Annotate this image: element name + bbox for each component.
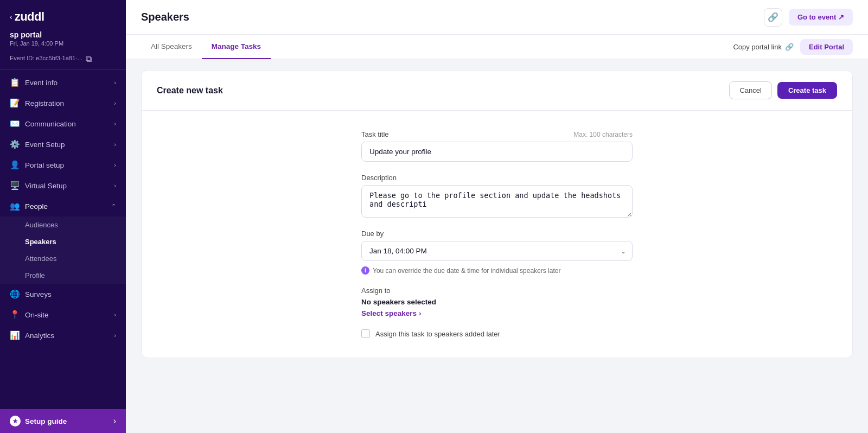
sidebar-item-virtual-setup[interactable]: 🖥️ Virtual Setup › (0, 175, 126, 196)
on-site-icon: 📍 (10, 310, 20, 320)
link-icon-button[interactable]: 🔗 (764, 8, 782, 27)
sidebar-item-on-site[interactable]: 📍 On-site › (0, 304, 126, 325)
checkbox-row: Assign this task to speakers added later (361, 329, 633, 338)
virtual-setup-icon: 🖥️ (10, 181, 20, 190)
due-by-label: Due by (361, 230, 633, 238)
link-icon: 🔗 (768, 12, 778, 22)
sidebar-item-label: Surveys (25, 290, 52, 298)
event-setup-icon: ⚙️ (10, 139, 20, 149)
description-label: Description (361, 174, 633, 182)
form-area: Task title Max. 100 characters Descripti… (142, 111, 852, 358)
sidebar-item-attendees[interactable]: Attendees (0, 250, 126, 267)
sidebar-item-label: Communication (25, 120, 76, 128)
communication-icon: ✉️ (10, 119, 20, 129)
sidebar-item-speakers[interactable]: Speakers (0, 233, 126, 250)
cancel-button[interactable]: Cancel (729, 81, 771, 99)
sidebar-item-label: On-site (25, 311, 49, 319)
chevron-down-icon: › (114, 182, 116, 189)
due-by-select[interactable]: Jan 18, 04:00 PM (361, 241, 633, 261)
select-speakers-label: Select speakers (361, 309, 417, 317)
assign-section: No speakers selected Select speakers › (361, 298, 633, 317)
sidebar-item-label: Event Setup (25, 141, 65, 149)
people-submenu: Audiences Speakers Attendees Profile (0, 217, 126, 284)
chevron-down-icon: › (114, 311, 116, 318)
info-icon: i (361, 266, 369, 275)
sidebar-item-event-info[interactable]: 📋 Event info › (0, 72, 126, 93)
due-by-info-row: i You can override the due date & time f… (361, 266, 633, 275)
go-to-event-button[interactable]: Go to event ↗ (789, 9, 853, 26)
logo[interactable]: ‹ zuddl (0, 0, 126, 30)
chevron-down-icon: › (114, 100, 116, 106)
checkbox-label: Assign this task to speakers added later (375, 330, 500, 338)
event-id-text: Event ID: e3cc5bf3-1a81-... (10, 55, 82, 61)
card-header-actions: Cancel Create task (729, 81, 837, 99)
portal-date: Fri, Jan 19, 4:00 PM (10, 40, 116, 47)
create-task-button[interactable]: Create task (777, 82, 837, 99)
event-id-row: Event ID: e3cc5bf3-1a81-... ⧉ (0, 52, 126, 67)
tabs: All Speakers Manage Tasks (141, 35, 271, 59)
sidebar-item-label: Analytics (25, 332, 54, 340)
chevron-down-icon: › (114, 79, 116, 86)
sidebar-item-label: Portal setup (25, 161, 64, 169)
tab-bar: All Speakers Manage Tasks Copy portal li… (126, 35, 868, 59)
no-speakers-label: No speakers selected (361, 298, 633, 306)
sidebar-item-audiences[interactable]: Audiences (0, 217, 126, 233)
sidebar-item-surveys[interactable]: 🌐 Surveys (0, 284, 126, 304)
sidebar-item-communication[interactable]: ✉️ Communication › (0, 113, 126, 134)
sidebar-item-event-setup[interactable]: ⚙️ Event Setup › (0, 134, 126, 155)
event-info-icon: 📋 (10, 78, 20, 87)
sidebar-item-people[interactable]: 👥 People ⌃ (0, 196, 126, 217)
assign-to-group: Assign to No speakers selected Select sp… (361, 286, 633, 317)
sidebar: ‹ zuddl sp portal Fri, Jan 19, 4:00 PM E… (0, 0, 126, 433)
copy-icon[interactable]: ⧉ (86, 54, 93, 62)
copy-link-icon: 🔗 (785, 43, 794, 51)
setup-guide-label: Setup guide (25, 417, 67, 425)
sidebar-item-analytics[interactable]: 📊 Analytics › (0, 325, 126, 346)
sidebar-item-registration[interactable]: 📝 Registration › (0, 93, 126, 113)
top-bar-right: 🔗 Go to event ↗ (764, 8, 853, 27)
chevron-down-icon: › (114, 120, 116, 127)
due-by-group: Due by Jan 18, 04:00 PM ⌄ i You can over… (361, 230, 633, 275)
chevron-down-icon: › (114, 332, 116, 339)
card-header: Create new task Cancel Create task (142, 71, 852, 111)
sidebar-item-label: Virtual Setup (25, 182, 67, 190)
sidebar-item-label: Registration (25, 99, 64, 107)
sidebar-item-portal-setup[interactable]: 👤 Portal setup › (0, 155, 126, 175)
select-speakers-link[interactable]: Select speakers › (361, 309, 633, 317)
logo-arrow: ‹ (10, 12, 12, 21)
sidebar-item-label: People (25, 202, 48, 211)
copy-portal-link-label: Copy portal link (733, 43, 782, 51)
form-inner: Task title Max. 100 characters Descripti… (361, 130, 633, 338)
assign-later-checkbox[interactable] (361, 329, 370, 338)
setup-guide-chevron: › (113, 416, 116, 426)
description-group: Description (361, 174, 633, 218)
chevron-down-icon: › (114, 141, 116, 148)
due-by-select-wrapper: Jan 18, 04:00 PM ⌄ (361, 241, 633, 261)
portal-setup-icon: 👤 (10, 160, 20, 170)
content-area: Create new task Cancel Create task Task … (126, 59, 868, 433)
logo-text: zuddl (15, 10, 44, 24)
card-title: Create new task (157, 86, 223, 95)
chevron-up-icon: ⌃ (111, 203, 116, 210)
tab-manage-tasks[interactable]: Manage Tasks (202, 35, 271, 59)
create-task-card: Create new task Cancel Create task Task … (141, 70, 853, 358)
top-bar: Speakers 🔗 Go to event ↗ (126, 0, 868, 35)
page-title: Speakers (141, 11, 189, 23)
assign-to-label: Assign to (361, 286, 633, 295)
task-title-input[interactable] (361, 142, 633, 162)
due-by-info-text: You can override the due date & time for… (373, 267, 560, 275)
edit-portal-button[interactable]: Edit Portal (800, 39, 853, 55)
star-icon: ★ (10, 416, 21, 426)
sidebar-item-profile[interactable]: Profile (0, 267, 126, 284)
copy-portal-link[interactable]: Copy portal link 🔗 (733, 43, 794, 51)
registration-icon: 📝 (10, 98, 20, 108)
task-title-group: Task title Max. 100 characters (361, 130, 633, 162)
tab-all-speakers[interactable]: All Speakers (141, 35, 202, 59)
chevron-down-icon: › (114, 162, 116, 168)
portal-name: sp portal (10, 30, 116, 39)
description-input[interactable] (361, 185, 633, 218)
task-title-label: Task title (361, 130, 389, 138)
main-area: Speakers 🔗 Go to event ↗ All Speakers Ma… (126, 0, 868, 433)
setup-guide-bar[interactable]: ★ Setup guide › (0, 409, 126, 433)
analytics-icon: 📊 (10, 330, 20, 340)
